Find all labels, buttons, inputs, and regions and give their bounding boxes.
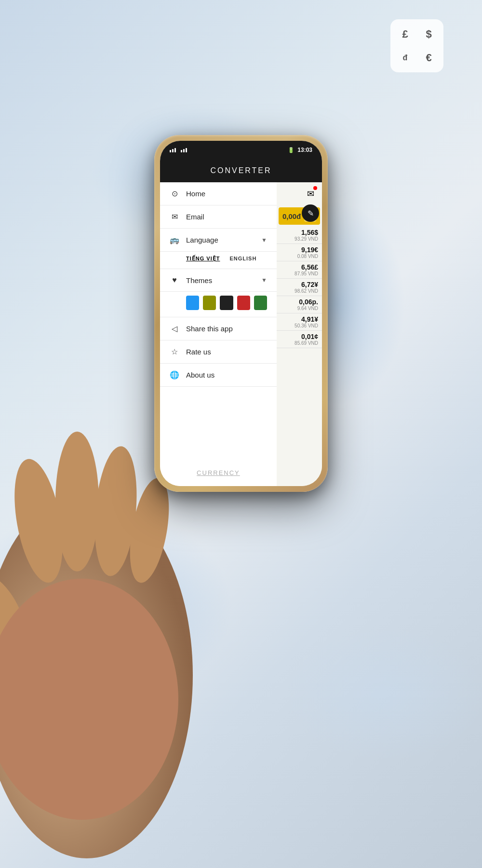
nav-item-email[interactable]: ✉ Email (160, 205, 277, 229)
email-icon: ✉ (170, 212, 179, 221)
nav-label-language: Language (186, 236, 254, 244)
signal-bar-1 (170, 150, 171, 152)
signal-bar-6 (186, 148, 187, 152)
home-icon: ⊙ (170, 189, 179, 198)
nav-label-home: Home (186, 190, 267, 198)
language-arrow-icon: ▼ (261, 237, 267, 244)
currency-row-0[interactable]: 1,56$ 93.29 VND (277, 227, 322, 244)
currency-vnd-2: 87.95 VND (281, 271, 318, 276)
mail-button[interactable]: ✉ (302, 185, 319, 203)
themes-arrow-icon: ▼ (261, 277, 267, 284)
about-icon: 🌐 (170, 370, 179, 380)
nav-item-themes[interactable]: ♥ Themes ▼ (160, 269, 277, 292)
theme-green[interactable] (254, 296, 267, 310)
currency-vnd-0: 93.29 VND (281, 236, 318, 242)
language-options: TIẾNG VIỆT ENGLISH (160, 252, 277, 269)
currency-vnd-4: 9.64 VND (281, 306, 318, 311)
notch (217, 141, 265, 151)
currency-row-5[interactable]: 4,91¥ 50.36 VND (277, 313, 322, 331)
themes-colors (160, 292, 277, 317)
currency-amount-2: 6,56£ (281, 263, 318, 271)
currency-bottom: CURRENCY (160, 387, 277, 486)
lang-vietnamese[interactable]: TIẾNG VIỆT (186, 256, 220, 262)
currency-amount-1: 9,19€ (281, 246, 318, 254)
currency-amount-5: 4,91¥ (281, 315, 318, 323)
status-right: 🔋 13:03 (288, 147, 312, 153)
phone-wrapper: 🔋 13:03 CONVERTER ⊙ Home (154, 135, 328, 492)
currency-row-2[interactable]: 6,56£ 87.95 VND (277, 261, 322, 279)
currency-vnd-5: 50.36 VND (281, 323, 318, 328)
currency-amount-4: 0,06p. (281, 298, 318, 306)
app-icon: £ $ đ € (390, 19, 443, 72)
status-bar: 🔋 13:03 (160, 141, 322, 159)
share-icon: ◁ (170, 324, 179, 333)
theme-blue[interactable] (186, 296, 199, 310)
signal-bar-2 (172, 149, 174, 152)
theme-olive[interactable] (203, 296, 216, 310)
nav-label-rate: Rate us (186, 348, 267, 356)
currency-row-1[interactable]: 9,19€ 0.08 VND (277, 244, 322, 261)
app-header: CONVERTER (160, 159, 322, 182)
icon-cell-pound: £ (394, 23, 416, 45)
nav-label-about: About us (186, 371, 267, 379)
signal-bar-4 (181, 150, 182, 152)
currency-vnd-6: 85.69 VND (281, 340, 318, 346)
nav-item-home[interactable]: ⊙ Home (160, 182, 277, 205)
themes-icon: ♥ (170, 276, 179, 285)
phone-screen: 🔋 13:03 CONVERTER ⊙ Home (160, 141, 322, 486)
content-area: ⊙ Home ✉ Email 🚌 Language ▼ (160, 182, 322, 486)
nav-item-rate[interactable]: ☆ Rate us (160, 340, 277, 364)
language-icon: 🚌 (170, 235, 179, 244)
nav-drawer: ⊙ Home ✉ Email 🚌 Language ▼ (160, 182, 277, 486)
nav-label-email: Email (186, 213, 267, 221)
signal-indicators (170, 148, 187, 152)
icon-cell-euro: € (418, 47, 440, 68)
signal-bar-3 (174, 148, 176, 152)
currency-row-6[interactable]: 0,01¢ 85.69 VND (277, 331, 322, 348)
right-content: ✉ ✎ 0,00đ ▦ 1 (277, 182, 322, 486)
icon-cell-dollar: $ (418, 23, 440, 45)
nav-item-about[interactable]: 🌐 About us (160, 364, 277, 387)
icon-cell-dong: đ (394, 47, 416, 68)
currency-row-4[interactable]: 0,06p. 9.64 VND (277, 296, 322, 313)
mail-icon: ✉ (307, 189, 314, 199)
theme-black[interactable] (220, 296, 233, 310)
signal-bar-5 (183, 149, 185, 152)
currency-amount-6: 0,01¢ (281, 333, 318, 340)
nav-label-share: Share this app (186, 325, 267, 333)
lang-english[interactable]: ENGLISH (229, 256, 256, 262)
mail-badge (313, 186, 317, 190)
currency-list: 1,56$ 93.29 VND 9,19€ 0.08 VND 6,56£ 87.… (277, 227, 322, 348)
phone-frame: 🔋 13:03 CONVERTER ⊙ Home (154, 135, 328, 492)
time-display: 13:03 (297, 147, 312, 153)
currency-vnd-1: 0.08 VND (281, 254, 318, 259)
currency-amount-0: 1,56$ (281, 229, 318, 236)
rate-icon: ☆ (170, 347, 179, 356)
currency-amount-3: 6,72¥ (281, 281, 318, 288)
amount-value: 0,00đ (282, 212, 301, 220)
app-title: CONVERTER (210, 166, 271, 175)
currency-vnd-3: 98.62 VND (281, 288, 318, 294)
action-buttons: ✉ ✎ (299, 182, 322, 225)
currency-label[interactable]: CURRENCY (197, 469, 240, 476)
nav-item-language[interactable]: 🚌 Language ▼ (160, 229, 277, 252)
currency-row-3[interactable]: 6,72¥ 98.62 VND (277, 279, 322, 296)
battery-icon: 🔋 (288, 147, 295, 153)
edit-button[interactable]: ✎ (302, 204, 319, 222)
nav-label-themes: Themes (186, 276, 254, 285)
theme-red[interactable] (237, 296, 250, 310)
nav-item-share[interactable]: ◁ Share this app (160, 317, 277, 340)
edit-icon: ✎ (308, 209, 314, 218)
